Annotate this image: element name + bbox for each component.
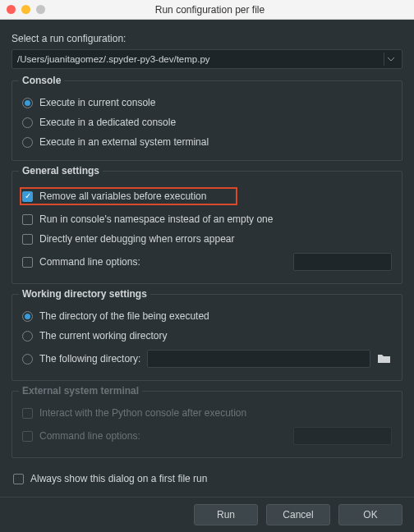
console-title: Console xyxy=(19,75,64,86)
checkbox-remove-vars[interactable] xyxy=(22,191,33,202)
radio-label: The directory of the file being executed xyxy=(39,310,209,322)
radio-cwd[interactable]: The current working directory xyxy=(22,326,392,346)
radio-external-terminal[interactable]: Execute in an external system terminal xyxy=(22,132,392,152)
radio-icon xyxy=(22,117,33,128)
checkbox-label: Remove all variables before execution xyxy=(39,190,206,202)
radio-label: Execute in a dedicated console xyxy=(39,117,176,128)
workdir-title: Working directory settings xyxy=(19,288,150,300)
ok-button[interactable]: OK xyxy=(338,504,402,525)
general-group: General settings Remove all variables be… xyxy=(12,171,402,284)
highlight-box: Remove all variables before execution xyxy=(20,187,237,205)
run-button[interactable]: Run xyxy=(194,504,258,525)
radio-icon xyxy=(22,311,33,322)
checkbox-icon xyxy=(13,474,24,484)
checkbox-ext-cmdline-row: Command line options: xyxy=(22,423,392,449)
checkbox-cmdline[interactable] xyxy=(22,257,33,268)
radio-dedicated-console[interactable]: Execute in a dedicated console xyxy=(22,112,392,132)
radio-label: Execute in current console xyxy=(39,97,155,108)
button-bar: Run Cancel OK xyxy=(0,497,414,532)
chevron-down-icon xyxy=(384,53,397,66)
checkbox-label: Command line options: xyxy=(39,256,140,268)
console-group: Console Execute in current console Execu… xyxy=(12,80,402,161)
titlebar: Run configuration per file xyxy=(0,0,414,20)
radio-label: Execute in an external system terminal xyxy=(39,136,209,148)
window-title: Run configuration per file xyxy=(12,4,407,16)
radio-icon xyxy=(22,331,33,342)
radio-file-dir[interactable]: The directory of the file being executed xyxy=(22,306,392,326)
checkbox-label: Always show this dialog on a first file … xyxy=(30,473,207,484)
radio-following-dir-row: The following directory: xyxy=(22,346,392,372)
radio-label: The current working directory xyxy=(39,330,167,342)
cancel-button[interactable]: Cancel xyxy=(266,504,330,525)
radio-following-dir[interactable] xyxy=(22,354,33,365)
workdir-group: Working directory settings The directory… xyxy=(12,294,402,381)
ext-cmdline-input xyxy=(293,427,392,445)
checkbox-icon xyxy=(22,431,33,442)
checkbox-label: Directly enter debugging when errors app… xyxy=(39,233,234,245)
dropdown-value: /Users/juanitagomez/.spyder-py3-dev/temp… xyxy=(17,54,384,64)
external-title: External system terminal xyxy=(19,385,142,397)
folder-icon[interactable] xyxy=(377,353,392,365)
checkbox-icon xyxy=(22,408,33,419)
radio-icon xyxy=(22,137,33,148)
radio-current-console[interactable]: Execute in current console xyxy=(22,93,392,112)
checkbox-interact-row: Interact with the Python console after e… xyxy=(22,403,392,423)
checkbox-cmdline-row: Command line options: xyxy=(22,249,392,275)
cmdline-input[interactable] xyxy=(293,253,392,271)
directory-input[interactable] xyxy=(147,350,370,368)
checkbox-debug-errors-row[interactable]: Directly enter debugging when errors app… xyxy=(22,229,392,249)
checkbox-icon xyxy=(22,214,33,225)
select-label: Select a run configuration: xyxy=(12,33,402,44)
radio-icon xyxy=(22,98,33,108)
run-config-dropdown[interactable]: /Users/juanitagomez/.spyder-py3-dev/temp… xyxy=(12,49,402,69)
checkbox-label: Command line options: xyxy=(39,430,140,442)
checkbox-always-show-row[interactable]: Always show this dialog on a first file … xyxy=(12,468,402,496)
checkbox-icon xyxy=(22,234,33,245)
radio-label: The following directory: xyxy=(39,353,140,365)
external-group: External system terminal Interact with t… xyxy=(12,391,402,458)
checkbox-label: Run in console's namespace instead of an… xyxy=(39,213,273,225)
checkbox-label: Interact with the Python console after e… xyxy=(39,407,246,419)
checkbox-namespace-row[interactable]: Run in console's namespace instead of an… xyxy=(22,209,392,229)
general-title: General settings xyxy=(19,165,103,177)
